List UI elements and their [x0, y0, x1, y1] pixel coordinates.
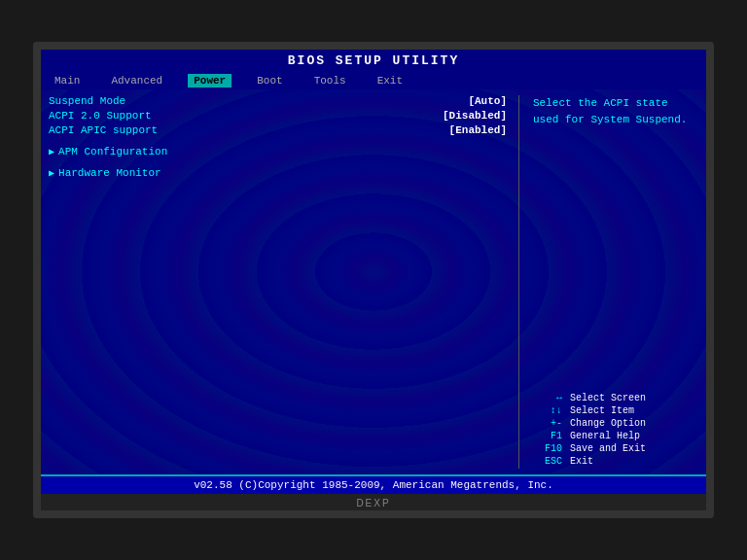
key-desc-save: Save and Exit: [570, 443, 646, 454]
key-desc-item: Select Item: [570, 405, 634, 416]
monitor: BIOS SETUP UTILITY Main Advanced Power B…: [33, 42, 714, 518]
monitor-brand: DEXP: [41, 494, 706, 510]
left-panel: Suspend Mode [Auto] ACPI 2.0 Support [Di…: [49, 95, 515, 469]
key-desc-option: Change Option: [570, 418, 646, 429]
submenu-apm[interactable]: ▶ APM Configuration: [49, 146, 507, 158]
key-row-screen: ↔ Select Screen: [533, 393, 698, 403]
label-acpi20: ACPI 2.0 Support: [49, 110, 152, 122]
key-row-item: ↕↓ Select Item: [533, 405, 698, 416]
key-row-option: +- Change Option: [533, 418, 698, 429]
key-updown: ↕↓: [533, 405, 562, 416]
key-row-help: F1 General Help: [533, 431, 698, 441]
setting-row-acpi-apic: ACPI APIC support [Enabled]: [49, 124, 507, 136]
arrow-icon-hwmonitor: ▶: [49, 167, 54, 179]
value-acpi20[interactable]: [Disabled]: [443, 110, 507, 122]
nav-tools[interactable]: Tools: [308, 74, 352, 88]
nav-main[interactable]: Main: [49, 74, 86, 88]
footer-text: v02.58 (C)Copyright 1985-2009, American …: [194, 479, 553, 491]
nav-boot[interactable]: Boot: [251, 74, 288, 88]
key-arrows: ↔: [533, 393, 562, 403]
panel-divider: [518, 95, 519, 469]
label-apm: APM Configuration: [58, 146, 167, 158]
key-desc-help: General Help: [570, 431, 640, 441]
help-text: Select the ACPI state used for System Su…: [533, 95, 698, 127]
key-f10: F10: [533, 443, 562, 454]
key-desc-screen: Select Screen: [570, 393, 646, 403]
main-area: Suspend Mode [Auto] ACPI 2.0 Support [Di…: [41, 89, 706, 474]
bios-title: BIOS SETUP UTILITY: [41, 50, 706, 72]
setting-row-suspend: Suspend Mode [Auto]: [49, 95, 507, 107]
key-esc: ESC: [533, 456, 562, 467]
key-desc-esc: Exit: [570, 456, 593, 467]
key-f1: F1: [533, 431, 562, 441]
setting-row-acpi20: ACPI 2.0 Support [Disabled]: [49, 110, 507, 122]
label-acpi-apic: ACPI APIC support: [49, 124, 158, 136]
bios-screen: BIOS SETUP UTILITY Main Advanced Power B…: [41, 50, 706, 494]
key-row-save: F10 Save and Exit: [533, 443, 698, 454]
footer: v02.58 (C)Copyright 1985-2009, American …: [41, 474, 706, 494]
nav-bar: Main Advanced Power Boot Tools Exit: [41, 72, 706, 89]
value-acpi-apic[interactable]: [Enabled]: [449, 124, 507, 136]
arrow-icon-apm: ▶: [49, 146, 54, 158]
nav-advanced[interactable]: Advanced: [105, 74, 168, 88]
label-suspend-mode: Suspend Mode: [49, 95, 125, 107]
title-text: BIOS SETUP UTILITY: [288, 53, 459, 68]
nav-power[interactable]: Power: [188, 74, 231, 88]
submenu-hwmonitor[interactable]: ▶ Hardware Monitor: [49, 167, 507, 179]
nav-exit[interactable]: Exit: [372, 74, 409, 88]
label-hwmonitor: Hardware Monitor: [58, 167, 161, 179]
right-panel: Select the ACPI state used for System Su…: [523, 95, 698, 469]
key-plusminus: +-: [533, 418, 562, 429]
bios-content: BIOS SETUP UTILITY Main Advanced Power B…: [41, 50, 706, 494]
key-help-section: ↔ Select Screen ↕↓ Select Item +- Change…: [533, 393, 698, 469]
value-suspend-mode[interactable]: [Auto]: [468, 95, 507, 107]
key-row-esc: ESC Exit: [533, 456, 698, 467]
